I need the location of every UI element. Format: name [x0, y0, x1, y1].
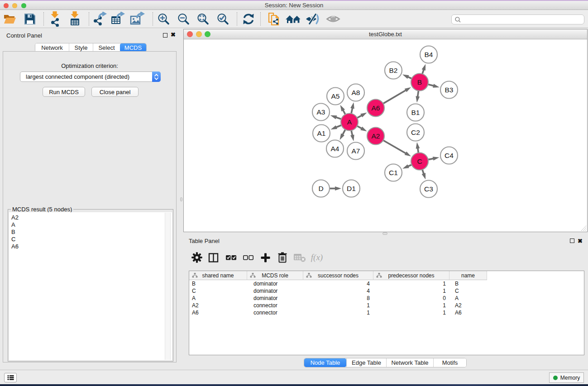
- hide-panel-button[interactable]: [305, 11, 321, 27]
- cell-successor-nodes[interactable]: 8: [303, 295, 373, 302]
- export-network-button[interactable]: [92, 11, 109, 27]
- mcds-result-item[interactable]: C: [11, 236, 172, 243]
- cell-shared-name[interactable]: B: [189, 280, 247, 287]
- import-table-button[interactable]: [67, 11, 83, 27]
- vertical-split-handle[interactable]: [180, 197, 182, 201]
- refresh-button[interactable]: [240, 11, 257, 27]
- cell-predecessor-nodes[interactable]: 1: [373, 309, 449, 316]
- cell-predecessor-nodes[interactable]: 1: [373, 280, 449, 287]
- cell-successor-nodes[interactable]: 4: [303, 287, 373, 295]
- cell-predecessor-nodes[interactable]: 1: [373, 302, 449, 309]
- cell-predecessor-nodes[interactable]: 0: [373, 295, 449, 302]
- zoom-in-button[interactable]: [155, 11, 172, 27]
- graph-node-D1[interactable]: D1: [343, 180, 360, 197]
- select-all-rows-button[interactable]: [223, 250, 239, 265]
- cell-successor-nodes[interactable]: 1: [303, 309, 373, 316]
- table-row[interactable]: Bdominator41B: [189, 280, 487, 287]
- clone-network-button[interactable]: [266, 11, 282, 27]
- cell-shared-name[interactable]: C: [189, 287, 247, 295]
- graph-node-C1[interactable]: C1: [385, 164, 402, 181]
- cell-name[interactable]: A: [449, 295, 487, 302]
- zoom-fit-button[interactable]: [195, 11, 211, 27]
- table-panel-float-icon[interactable]: [570, 238, 574, 243]
- graph-node-A3[interactable]: A3: [312, 104, 330, 121]
- mcds-result-item[interactable]: A2: [11, 214, 172, 221]
- export-table-button[interactable]: [110, 11, 126, 27]
- mcds-result-item[interactable]: A: [11, 221, 172, 229]
- table-panel-close-icon[interactable]: ✖: [578, 238, 583, 243]
- cell-MCDS-role[interactable]: dominator: [247, 280, 303, 287]
- table-row[interactable]: Adominator80A: [189, 295, 487, 302]
- graph-node-A[interactable]: A: [341, 114, 358, 131]
- window-resize-grip[interactable]: [579, 224, 587, 231]
- table-row[interactable]: Cdominator41C: [189, 287, 487, 295]
- graph-node-B4[interactable]: B4: [420, 46, 437, 63]
- tab-motifs[interactable]: Motifs: [433, 358, 466, 367]
- graph-node-B2[interactable]: B2: [385, 62, 402, 79]
- add-column-button[interactable]: [258, 250, 273, 265]
- save-session-button[interactable]: [22, 11, 38, 27]
- mcds-result-scrollbar[interactable]: [165, 213, 171, 360]
- mcds-result-list[interactable]: A2ABCA6: [9, 212, 172, 360]
- column-header-shared-name[interactable]: shared name: [189, 271, 247, 280]
- cell-MCDS-role[interactable]: dominator: [247, 295, 303, 302]
- cell-name[interactable]: A2: [449, 302, 487, 309]
- deselect-all-rows-button[interactable]: [240, 250, 256, 265]
- table-row[interactable]: A6connector11A6: [189, 309, 487, 316]
- cell-successor-nodes[interactable]: 1: [303, 302, 373, 309]
- memory-button[interactable]: Memory: [549, 372, 584, 383]
- show-panel-button[interactable]: [325, 11, 341, 27]
- graph-node-C4[interactable]: C4: [440, 147, 458, 164]
- home-layout-button[interactable]: [285, 11, 301, 27]
- tab-node-table[interactable]: Node Table: [304, 358, 346, 367]
- table-row[interactable]: A2connector11A2: [189, 302, 487, 309]
- cell-MCDS-role[interactable]: connector: [247, 302, 303, 309]
- cell-MCDS-role[interactable]: dominator: [247, 287, 303, 295]
- cell-name[interactable]: B: [449, 280, 487, 287]
- cell-name[interactable]: C: [449, 287, 487, 295]
- control-panel-close-icon[interactable]: ✖: [171, 32, 176, 37]
- cell-shared-name[interactable]: A6: [189, 309, 247, 316]
- criterion-dropdown[interactable]: largest connected component (directed): [20, 71, 161, 82]
- cell-MCDS-role[interactable]: connector: [247, 309, 303, 316]
- cell-successor-nodes[interactable]: 4: [303, 280, 373, 287]
- cell-name[interactable]: A6: [449, 309, 487, 316]
- graph-node-A7[interactable]: A7: [347, 143, 364, 160]
- graph-node-B[interactable]: B: [411, 74, 428, 91]
- cell-shared-name[interactable]: A: [189, 295, 247, 302]
- zoom-out-button[interactable]: [175, 11, 191, 27]
- graph-node-A8[interactable]: A8: [347, 84, 364, 101]
- network-canvas[interactable]: AA6A2BCA5A8A3A1A4A7B2B4B3B1C2C4C1C3DD1: [184, 39, 587, 232]
- graph-node-A5[interactable]: A5: [327, 88, 344, 105]
- graph-node-B3[interactable]: B3: [440, 81, 458, 99]
- open-session-button[interactable]: [2, 11, 18, 27]
- close-panel-button[interactable]: Close panel: [91, 87, 139, 97]
- run-mcds-button[interactable]: Run MCDS: [43, 87, 85, 97]
- control-panel-float-icon[interactable]: [163, 33, 167, 38]
- zoom-selected-button[interactable]: [215, 11, 231, 27]
- column-header-successor-nodes[interactable]: successor nodes: [303, 271, 373, 280]
- graph-node-A6[interactable]: A6: [367, 100, 384, 117]
- mcds-result-item[interactable]: A6: [11, 243, 172, 250]
- graph-node-B1[interactable]: B1: [407, 104, 424, 121]
- tab-edge-table[interactable]: Edge Table: [346, 358, 386, 367]
- graph-node-C[interactable]: C: [411, 153, 428, 170]
- graph-node-A4[interactable]: A4: [326, 140, 344, 157]
- graph-node-C3[interactable]: C3: [420, 181, 437, 198]
- search-input[interactable]: [463, 16, 584, 23]
- table-settings-button[interactable]: [189, 250, 205, 265]
- graph-node-A1[interactable]: A1: [313, 125, 330, 142]
- mcds-result-item[interactable]: B: [11, 229, 172, 236]
- column-visibility-button[interactable]: [206, 250, 221, 265]
- import-network-button[interactable]: [47, 11, 63, 27]
- column-header-name[interactable]: name: [449, 271, 487, 280]
- delete-column-button[interactable]: [275, 250, 290, 265]
- graph-node-D[interactable]: D: [312, 180, 330, 197]
- graph-node-A2[interactable]: A2: [367, 128, 384, 145]
- tab-network-table[interactable]: Network Table: [386, 358, 433, 367]
- cell-predecessor-nodes[interactable]: 1: [373, 287, 449, 295]
- task-history-button[interactable]: [4, 373, 17, 382]
- search-field[interactable]: [451, 14, 584, 24]
- column-header-predecessor-nodes[interactable]: predecessor nodes: [373, 271, 449, 280]
- column-header-MCDS-role[interactable]: MCDS role: [247, 271, 303, 280]
